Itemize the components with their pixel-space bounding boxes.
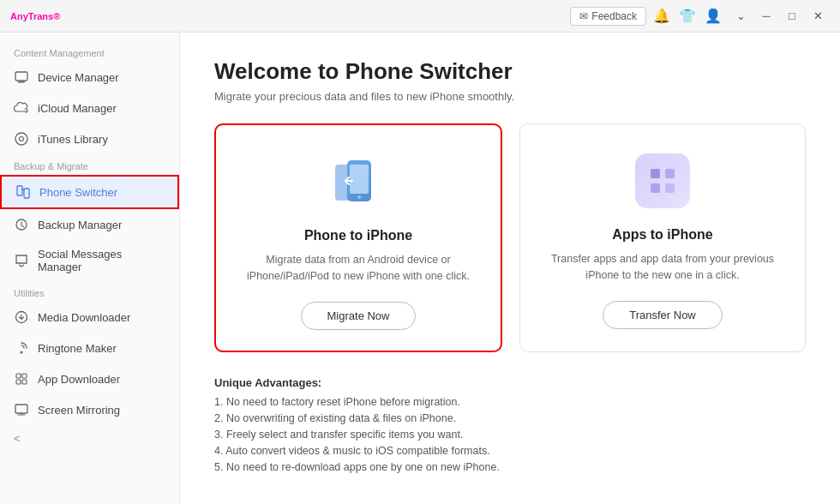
section-backup-migrate: Backup & Migrate [0, 154, 179, 175]
backup-manager-label: Backup Manager [38, 219, 122, 231]
svg-rect-9 [22, 374, 27, 378]
card-apps-to-iphone: Apps to iPhone Transfer apps and app dat… [519, 123, 806, 352]
shirt-icon[interactable]: 👕 [679, 8, 696, 24]
feedback-button[interactable]: ✉ Feedback [570, 7, 646, 26]
device-icon [14, 69, 29, 85]
card-phone-desc: Migrate data from an Android device or i… [233, 252, 483, 285]
ringtone-maker-label: Ringtone Maker [38, 342, 117, 355]
feedback-label: Feedback [591, 10, 637, 22]
svg-rect-17 [651, 169, 660, 178]
content-area: Welcome to Phone Switcher Migrate your p… [180, 33, 840, 504]
backup-icon [14, 217, 29, 232]
advantages-list: 1. No need to factory reset iPhone befor… [214, 396, 806, 473]
svg-point-16 [357, 195, 361, 199]
card-apps-desc: Transfer apps and app data from your pre… [537, 251, 788, 284]
collapse-button[interactable]: < [0, 425, 179, 452]
close-button[interactable]: ✕ [806, 8, 830, 25]
download-icon [14, 309, 29, 325]
card-phone-to-iphone: Phone to iPhone Migrate data from an And… [214, 123, 502, 352]
phone-switcher-label: Phone Switcher [39, 186, 117, 199]
svg-rect-0 [15, 72, 27, 81]
sidebar-item-ringtone-maker[interactable]: Ringtone Maker [0, 333, 179, 363]
app-name-text: AnyTrans [10, 11, 53, 21]
sidebar-item-app-downloader[interactable]: App Downloader [0, 363, 179, 394]
svg-rect-19 [651, 183, 660, 193]
card-phone-title: Phone to iPhone [304, 228, 412, 243]
sidebar-item-social-messages[interactable]: Social Messages Manager [0, 240, 179, 281]
advantage-item-3: 3. Freely select and transfer specific i… [214, 429, 806, 441]
bell-icon[interactable]: 🔔 [653, 8, 670, 24]
music-icon [14, 131, 29, 147]
mirror-icon [14, 402, 29, 417]
screen-mirroring-label: Screen Mirroring [38, 404, 120, 417]
mail-icon: ✉ [579, 10, 588, 22]
svg-rect-10 [16, 380, 21, 384]
social-messages-label: Social Messages Manager [38, 248, 165, 273]
advantage-item-1: 1. No need to factory reset iPhone befor… [214, 396, 806, 408]
app-downloader-label: App Downloader [38, 373, 120, 386]
svg-rect-15 [350, 165, 369, 194]
trademark: ® [53, 11, 60, 21]
title-bar-left: AnyTrans® [10, 9, 60, 22]
section-content-management: Content Management [0, 41, 179, 62]
svg-point-3 [20, 137, 24, 141]
card-apps-title: Apps to iPhone [612, 227, 712, 243]
media-downloader-label: Media Downloader [38, 311, 130, 324]
user-icon[interactable]: 👤 [705, 8, 722, 24]
advantage-item-2: 2. No overwriting of existing data & fil… [214, 412, 806, 424]
chat-icon [14, 253, 29, 268]
svg-point-2 [15, 133, 27, 145]
svg-rect-20 [665, 183, 675, 193]
svg-rect-11 [22, 380, 27, 384]
section-utilities: Utilities [0, 281, 179, 302]
app-name: AnyTrans® [10, 9, 60, 22]
phone-switcher-icon [15, 184, 31, 200]
page-subtitle: Migrate your precious data and files to … [214, 90, 806, 103]
title-bar-right: ✉ Feedback 🔔 👕 👤 ⌄ ─ □ ✕ [570, 7, 830, 26]
advantages-title: Unique Advantages: [214, 376, 806, 389]
transfer-now-button[interactable]: Transfer Now [603, 301, 723, 329]
sidebar-item-media-downloader[interactable]: Media Downloader [0, 302, 179, 333]
svg-point-7 [21, 351, 23, 354]
sidebar-item-screen-mirroring[interactable]: Screen Mirroring [0, 394, 179, 425]
sidebar-item-phone-switcher[interactable]: Phone Switcher [0, 175, 179, 209]
sidebar-item-backup-manager[interactable]: Backup Manager [0, 209, 179, 240]
svg-rect-12 [15, 405, 27, 413]
page-title: Welcome to Phone Switcher [214, 58, 806, 85]
svg-rect-8 [16, 374, 21, 378]
win-controls: ⌄ ─ □ ✕ [729, 8, 830, 25]
svg-rect-1 [18, 81, 25, 83]
migrate-now-button[interactable]: Migrate Now [301, 302, 417, 330]
chevron-down-button[interactable]: ⌄ [729, 8, 753, 25]
itunes-library-label: iTunes Library [38, 133, 108, 146]
cards-row: Phone to iPhone Migrate data from an And… [214, 123, 806, 352]
apps-to-iphone-icon [632, 150, 693, 212]
apps-icon-bg [635, 153, 690, 208]
main-layout: Content Management Device Manager iCloud… [0, 33, 840, 504]
cloud-icon [14, 100, 29, 116]
title-bar: AnyTrans® ✉ Feedback 🔔 👕 👤 ⌄ ─ □ ✕ [0, 0, 840, 33]
device-manager-label: Device Manager [38, 71, 119, 84]
sidebar-item-device-manager[interactable]: Device Manager [0, 62, 179, 93]
sidebar-item-icloud-manager[interactable]: iCloud Manager [0, 93, 179, 123]
svg-rect-18 [665, 169, 675, 178]
minimize-button[interactable]: ─ [754, 8, 778, 25]
icloud-manager-label: iCloud Manager [38, 102, 117, 115]
advantage-item-5: 5. No need to re-download apps one by on… [214, 461, 806, 473]
title-icons: 🔔 👕 👤 [653, 8, 722, 24]
svg-rect-4 [17, 186, 22, 195]
sidebar-item-itunes-library[interactable]: iTunes Library [0, 123, 179, 154]
app-icon [14, 371, 29, 387]
sidebar: Content Management Device Manager iCloud… [0, 33, 180, 504]
advantage-item-4: 4. Auto convert videos & music to iOS co… [214, 445, 806, 457]
ringtone-icon [14, 340, 29, 356]
maximize-button[interactable]: □ [780, 8, 804, 25]
phone-to-iphone-icon [327, 151, 389, 213]
